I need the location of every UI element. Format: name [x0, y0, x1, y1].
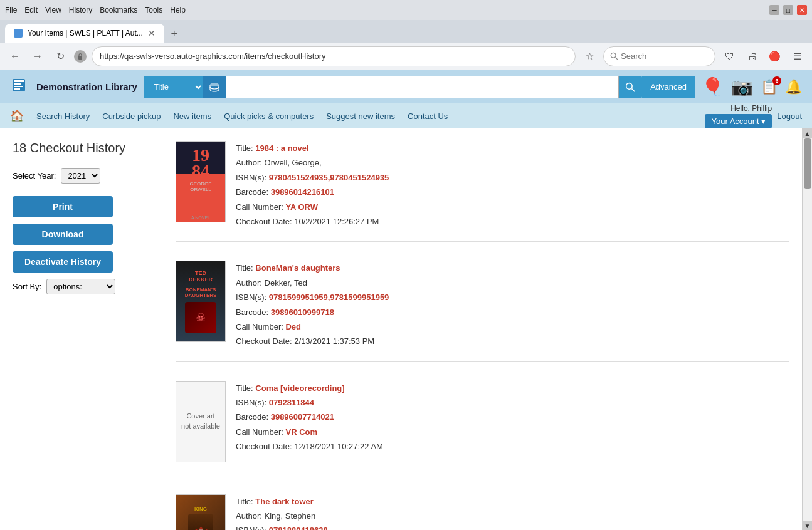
forward-button[interactable]: → [29, 48, 46, 65]
active-tab[interactable]: Your Items | SWLS | PLATT | Aut... ✕ [5, 24, 164, 43]
browser-search-bar [603, 46, 715, 66]
page-wrapper: ▲ ▼ 18 Checkout History Select Year: 202… [0, 128, 812, 530]
home-icon[interactable]: 🏠 [10, 109, 24, 123]
browser-tabbar: Your Items | SWLS | PLATT | Aut... ✕ + [0, 20, 812, 43]
new-tab-button[interactable]: + [166, 25, 183, 43]
scrollbar-up-arrow[interactable]: ▲ [803, 128, 813, 138]
notification-badge: 6 [772, 76, 781, 85]
account-dropdown-button[interactable]: Your Account ▾ [705, 114, 772, 128]
book-cover-coma[interactable]: Cover art not available [176, 381, 226, 462]
nav-contact-us[interactable]: Contact Us [403, 109, 453, 123]
browser-addressbar: ← → ↻ ☆ 🛡 🖨 🔴 ☰ [0, 43, 812, 70]
shield-icon[interactable]: 🛡 [720, 48, 738, 65]
book-list: 1984 GEORGEORWELL A NOVEL Title: 1984 : … [176, 141, 789, 518]
nav-curbside-pickup[interactable]: Curbside pickup [97, 109, 166, 123]
window-maximize[interactable]: □ [783, 5, 793, 15]
browser-search-input[interactable] [621, 51, 709, 61]
menu-history[interactable]: History [69, 6, 92, 14]
checkout-history-title: 18 Checkout History [13, 141, 163, 155]
header-icons: 🎈 📷 📋 6 🔔 [702, 76, 802, 97]
year-select[interactable]: 2021 2020 2019 2018 [61, 168, 100, 184]
window-close[interactable]: ✕ [797, 5, 807, 15]
menu-edit[interactable]: Edit [24, 6, 38, 14]
browser-menubar: File Edit View History Bookmarks Tools H… [0, 0, 812, 20]
svg-point-8 [210, 83, 219, 86]
vertical-scrollbar[interactable]: ▲ ▼ [802, 128, 812, 530]
download-button[interactable]: Download [13, 224, 113, 245]
svg-rect-7 [14, 88, 20, 90]
book-details-coma: Title: Coma [videorecording] ISBN(s): 07… [236, 381, 789, 462]
hot-air-balloon-icon[interactable]: 🎈 [702, 76, 724, 97]
left-panel: 18 Checkout History Select Year: 2021 20… [13, 141, 163, 518]
tab-close-button[interactable]: ✕ [148, 28, 156, 38]
menu-view[interactable]: View [45, 6, 61, 14]
svg-rect-0 [78, 56, 82, 60]
hello-text: Hello, Phillip [730, 104, 772, 113]
select-year-label: Select Year: [13, 171, 56, 180]
menu-bookmarks[interactable]: Bookmarks [100, 6, 137, 14]
book-item: 1984 GEORGEORWELL A NOVEL Title: 1984 : … [176, 141, 789, 242]
book-item: KING 🏰 THE DARKTOWER VII Title: The dark… [176, 494, 789, 530]
tab-favicon [14, 29, 23, 38]
menu-tools[interactable]: Tools [145, 6, 162, 14]
book-cover-1984[interactable]: 1984 GEORGEORWELL A NOVEL [176, 141, 226, 222]
deactivate-history-button[interactable]: Deactivate History [13, 251, 113, 273]
menu-file[interactable]: File [5, 6, 17, 14]
logout-button[interactable]: Logout [777, 112, 802, 121]
book-details-boneman: Title: BoneMan's daughters Author: Dekke… [236, 261, 789, 348]
tab-label: Your Items | SWLS | PLATT | Aut... [28, 29, 143, 38]
sort-label: Sort By: [13, 282, 41, 291]
camera-icon[interactable]: 📷 [731, 76, 753, 97]
bookmark-button[interactable]: ☆ [581, 48, 598, 65]
menu-button[interactable]: ☰ [788, 48, 806, 65]
nav-search-history[interactable]: Search History [31, 109, 95, 123]
database-icon [203, 76, 226, 98]
back-button[interactable]: ← [6, 48, 24, 65]
svg-line-10 [632, 88, 635, 91]
print-button[interactable]: Print [13, 196, 113, 217]
app-logo-icon [10, 75, 30, 98]
security-icon [74, 50, 87, 63]
book-details-1984: Title: 1984 : a novel Author: Orwell, Ge… [236, 141, 789, 229]
nav-suggest-new[interactable]: Suggest new items [321, 109, 400, 123]
book-item: TEDDEKKER BONEMAN'SDAUGHTERS ☠ Title: Bo… [176, 261, 789, 361]
search-type-select[interactable]: Title Author Subject Keyword ISBN [144, 76, 203, 98]
sort-select[interactable]: options: Title Author Date [46, 279, 115, 294]
svg-rect-5 [14, 83, 21, 85]
book-cover-boneman[interactable]: TEDDEKKER BONEMAN'SDAUGHTERS ☠ [176, 261, 226, 342]
main-content: 18 Checkout History Select Year: 2021 20… [0, 128, 802, 530]
sort-row: Sort By: options: Title Author Date [13, 279, 163, 294]
nav-new-items[interactable]: New items [168, 109, 216, 123]
book-details-darktower: Title: The dark tower Author: King, Step… [236, 494, 789, 530]
advanced-search-button[interactable]: Advanced [641, 76, 695, 98]
address-bar-input[interactable] [92, 46, 576, 66]
cover-placeholder-text: Cover art not available [176, 407, 225, 436]
svg-rect-4 [14, 80, 24, 82]
svg-rect-6 [14, 86, 23, 87]
scrollbar-down-arrow[interactable]: ▼ [803, 521, 813, 530]
svg-line-2 [615, 57, 618, 60]
search-area: Title Author Subject Keyword ISBN Advanc… [144, 76, 695, 98]
search-button[interactable] [619, 76, 641, 98]
app-title: Demonstration Library [36, 81, 137, 92]
menu-help[interactable]: Help [170, 6, 186, 14]
nav-quick-picks[interactable]: Quick picks & computers [219, 109, 319, 123]
extension-icon[interactable]: 🔴 [766, 48, 783, 65]
browser-menu: File Edit View History Bookmarks Tools H… [5, 6, 186, 14]
scrollbar-track[interactable] [803, 138, 813, 521]
svg-point-1 [611, 53, 616, 58]
list-icon[interactable]: 📋 6 [761, 79, 778, 95]
browser-search-icon [610, 52, 618, 60]
bell-icon[interactable]: 🔔 [785, 79, 802, 95]
book-cover-darktower[interactable]: KING 🏰 THE DARKTOWER VII [176, 494, 226, 530]
window-minimize[interactable]: ─ [769, 5, 779, 15]
scrollbar-thumb[interactable] [804, 138, 811, 189]
app-header: Demonstration Library Title Author Subje… [0, 70, 812, 103]
reload-button[interactable]: ↻ [51, 48, 69, 65]
print-icon[interactable]: 🖨 [743, 48, 761, 65]
select-year-row: Select Year: 2021 2020 2019 2018 [13, 168, 163, 184]
book-item: Cover art not available Title: Coma [vid… [176, 381, 789, 475]
svg-point-9 [626, 83, 633, 89]
search-input[interactable] [226, 76, 619, 98]
nav-bar: 🏠 Search History Curbside pickup New ite… [0, 103, 812, 128]
